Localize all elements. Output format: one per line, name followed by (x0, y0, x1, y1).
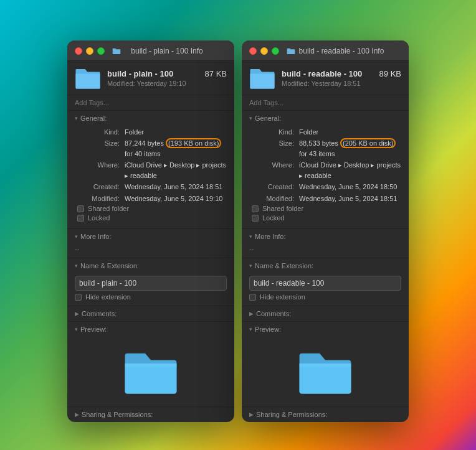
traffic-lights-plain (75, 47, 105, 55)
file-modified-readable: Modified: Yesterday 18:51 (282, 80, 401, 87)
hide-ext-checkbox-readable[interactable] (249, 294, 256, 301)
more-info-header-readable[interactable]: ▾ More Info: (242, 229, 409, 244)
size-items-plain: for 40 items (125, 150, 160, 157)
more-info-label-plain: More Info: (80, 233, 112, 240)
shared-folder-checkbox-plain[interactable] (77, 205, 84, 212)
name-ext-section-readable: ▾ Name & Extension: Hide extension (242, 258, 409, 306)
file-name-readable: build - readable - 100 (282, 69, 362, 78)
preview-chevron-plain: ▾ (75, 326, 78, 332)
general-section-plain: ▾ General: Kind: Folder Size: 87,244 byt… (67, 111, 234, 230)
file-info-header-plain: build - plain - 100 87 KB Modified: Yest… (107, 69, 227, 87)
tags-placeholder-readable: Add Tags... (249, 99, 283, 106)
size-value-plain: 87,244 bytes (193 KB on disk) for 40 ite… (125, 138, 227, 159)
sharing-section-readable: ▶ Sharing & Permissions: (242, 407, 409, 422)
more-info-value-readable: -- (249, 244, 254, 254)
preview-header-plain[interactable]: ▾ Preview: (67, 322, 234, 337)
size-row-readable: Size: 88,533 bytes (205 KB on disk) for … (249, 138, 401, 159)
name-ext-header-plain[interactable]: ▾ Name & Extension: (67, 258, 234, 273)
sharing-label-readable: Sharing & Permissions: (256, 411, 327, 418)
maximize-button-plain[interactable] (97, 47, 105, 55)
name-ext-content-readable: Hide extension (242, 273, 409, 306)
title-bar-plain: build - plain - 100 Info (67, 40, 234, 61)
sharing-header-plain[interactable]: ▶ Sharing & Permissions: (67, 407, 234, 422)
general-header-readable[interactable]: ▾ General: (242, 111, 409, 126)
preview-section-readable: ▾ Preview: (242, 322, 409, 407)
name-ext-label-plain: Name & Extension: (80, 262, 139, 270)
name-ext-chevron-plain: ▾ (75, 263, 78, 269)
file-info-header-readable: build - readable - 100 89 KB Modified: Y… (282, 69, 401, 87)
file-header-readable: build - readable - 100 89 KB Modified: Y… (242, 61, 409, 95)
tags-area-plain[interactable]: Add Tags... (67, 95, 234, 111)
preview-content-plain (67, 337, 234, 406)
name-ext-chevron-readable: ▾ (249, 263, 252, 269)
modified-value-plain: Wednesday, June 5, 2024 19:10 (125, 194, 227, 204)
name-ext-label-readable: Name & Extension: (255, 262, 313, 270)
locked-row-readable: Locked (249, 214, 401, 222)
name-ext-header-readable[interactable]: ▾ Name & Extension: (242, 258, 409, 273)
size-value-readable: 88,533 bytes (205 KB on disk) for 43 ite… (299, 138, 401, 159)
minimize-button-readable[interactable] (260, 47, 268, 55)
locked-row-plain: Locked (75, 214, 227, 222)
file-header-plain: build - plain - 100 87 KB Modified: Yest… (67, 61, 234, 95)
locked-label-readable: Locked (262, 214, 284, 222)
sharing-label-plain: Sharing & Permissions: (82, 411, 153, 418)
hide-ext-row-readable: Hide extension (249, 293, 401, 301)
shared-folder-label-plain: Shared folder (88, 205, 129, 212)
name-input-plain[interactable] (75, 276, 227, 291)
comments-chevron-readable: ▶ (249, 311, 254, 317)
tags-area-readable[interactable]: Add Tags... (242, 95, 409, 111)
size-disk-readable: (205 KB on disk) (340, 138, 396, 148)
maximize-button-readable[interactable] (272, 47, 279, 55)
info-window-plain: build - plain - 100 Info build - plain -… (67, 40, 234, 423)
preview-folder-icon-readable (297, 347, 353, 396)
where-row-plain: Where: iCloud Drive ▸ Desktop ▸ projects… (75, 160, 227, 180)
sharing-chevron-readable: ▶ (249, 411, 254, 418)
preview-content-readable (242, 337, 409, 406)
title-bar-readable: build - readable - 100 Info (242, 40, 409, 61)
preview-folder-icon-plain (123, 347, 179, 396)
file-modified-plain: Modified: Yesterday 19:10 (107, 80, 227, 87)
hide-ext-label-plain: Hide extension (85, 293, 131, 301)
where-value-readable: iCloud Drive ▸ Desktop ▸ projects ▸ read… (299, 160, 401, 180)
close-button-readable[interactable] (249, 47, 257, 55)
file-size-plain: 87 KB (205, 69, 227, 78)
minimize-button-plain[interactable] (86, 47, 93, 55)
comments-header-readable[interactable]: ▶ Comments: (242, 306, 409, 321)
where-label-plain: Where: (75, 160, 120, 180)
locked-label-plain: Locked (88, 214, 110, 222)
kind-label-plain: Kind: (75, 127, 120, 138)
info-window-readable: build - readable - 100 Info build - read… (242, 40, 409, 423)
size-bytes-readable: 88,533 bytes (299, 139, 340, 147)
sharing-header-readable[interactable]: ▶ Sharing & Permissions: (242, 407, 409, 422)
shared-folder-checkbox-readable[interactable] (252, 205, 259, 212)
locked-checkbox-plain[interactable] (77, 215, 84, 222)
modified-value-readable: Wednesday, June 5, 2024 18:51 (299, 194, 401, 204)
name-input-readable[interactable] (249, 276, 401, 291)
windows-container: build - plain - 100 Info build - plain -… (67, 40, 409, 423)
more-info-section-readable: ▾ More Info: -- (242, 229, 409, 258)
size-disk-plain: (193 KB on disk) (166, 138, 221, 148)
more-info-content-plain: -- (67, 244, 234, 258)
more-info-header-plain[interactable]: ▾ More Info: (67, 229, 234, 244)
general-section-readable: ▾ General: Kind: Folder Size: 88,533 byt… (242, 111, 409, 230)
general-header-plain[interactable]: ▾ General: (67, 111, 234, 126)
shared-folder-row-plain: Shared folder (75, 205, 227, 212)
locked-checkbox-readable[interactable] (252, 215, 259, 222)
created-label-plain: Created: (75, 182, 120, 192)
kind-value-readable: Folder (299, 127, 401, 138)
hide-ext-label-readable: Hide extension (260, 293, 305, 301)
hide-ext-checkbox-plain[interactable] (75, 294, 82, 301)
more-info-content-readable: -- (242, 244, 409, 258)
comments-section-plain: ▶ Comments: (67, 306, 234, 322)
comments-header-plain[interactable]: ▶ Comments: (67, 306, 234, 321)
close-button-plain[interactable] (75, 47, 82, 55)
hide-ext-row-plain: Hide extension (75, 293, 227, 301)
modified-row-plain: Modified: Wednesday, June 5, 2024 19:10 (75, 194, 227, 204)
preview-header-readable[interactable]: ▾ Preview: (242, 322, 409, 337)
comments-chevron-plain: ▶ (75, 311, 79, 317)
more-info-section-plain: ▾ More Info: -- (67, 229, 234, 258)
file-name-plain: build - plain - 100 (107, 69, 173, 78)
general-content-readable: Kind: Folder Size: 88,533 bytes (205 KB … (242, 126, 409, 229)
title-bar-text-readable: build - readable - 100 Info (282, 47, 401, 55)
folder-icon-header-plain (75, 67, 101, 90)
